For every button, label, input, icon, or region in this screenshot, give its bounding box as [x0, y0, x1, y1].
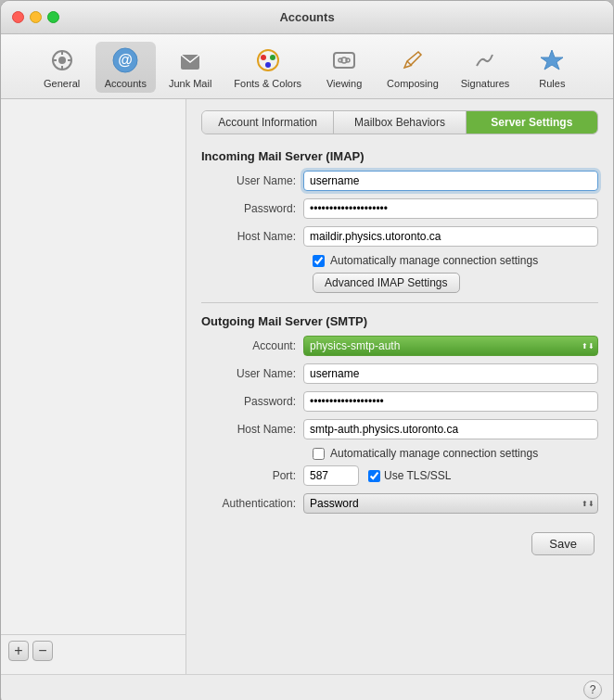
help-button[interactable]: ? [583, 681, 602, 699]
remove-account-button[interactable]: − [32, 641, 53, 661]
general-icon [47, 45, 77, 75]
rules-label: Rules [539, 78, 565, 89]
titlebar: Accounts [1, 1, 613, 34]
toolbar: General @ Accounts Junk Mail Fonts & Col… [1, 34, 613, 99]
composing-icon [398, 45, 428, 75]
outgoing-server-header: Outgoing Mail Server (SMTP) [201, 314, 598, 328]
toolbar-item-signatures[interactable]: Signatures [452, 42, 519, 93]
outgoing-account-select[interactable]: physics-smtp-auth [303, 336, 598, 356]
outgoing-password-input[interactable] [303, 391, 598, 412]
tab-account-information[interactable]: Account Information [202, 111, 334, 134]
tab-server-settings[interactable]: Server Settings [467, 111, 597, 134]
incoming-username-row: User Name: [201, 171, 598, 191]
tab-bar: Account Information Mailbox Behaviors Se… [201, 110, 598, 134]
save-row: Save [201, 532, 598, 555]
outgoing-auto-manage-row: Automatically manage connection settings [313, 447, 598, 460]
outgoing-hostname-row: Host Name: [201, 419, 598, 439]
svg-rect-16 [346, 58, 350, 62]
account-list [1, 107, 185, 634]
outgoing-port-label: Port: [201, 469, 303, 482]
outgoing-port-row: Port: Use TLS/SSL [201, 465, 598, 486]
toolbar-item-accounts[interactable]: @ Accounts [96, 42, 156, 93]
incoming-hostname-label: Host Name: [201, 230, 303, 243]
outgoing-username-label: User Name: [201, 367, 303, 380]
outgoing-hostname-input[interactable] [303, 419, 598, 439]
toolbar-item-viewing[interactable]: Viewing [314, 42, 374, 93]
outgoing-username-input[interactable] [303, 363, 598, 384]
outgoing-account-row: Account: physics-smtp-auth [201, 336, 598, 356]
incoming-auto-manage-label: Automatically manage connection settings [330, 254, 538, 267]
outgoing-username-row: User Name: [201, 363, 598, 384]
incoming-server-header: Incoming Mail Server (IMAP) [201, 149, 598, 163]
svg-point-11 [270, 55, 275, 60]
outgoing-account-label: Account: [201, 339, 303, 352]
svg-rect-13 [334, 53, 354, 68]
incoming-password-input[interactable] [303, 198, 598, 219]
incoming-username-label: User Name: [201, 174, 303, 187]
help-bar: ? [1, 674, 613, 700]
maximize-button[interactable] [47, 11, 59, 23]
toolbar-item-general[interactable]: General [32, 42, 92, 93]
toolbar-item-junk-mail[interactable]: Junk Mail [160, 42, 221, 93]
sidebar: + − [1, 99, 186, 674]
incoming-auto-manage-checkbox[interactable] [313, 255, 325, 267]
svg-point-1 [58, 57, 66, 64]
svg-rect-15 [339, 58, 342, 62]
viewing-icon [329, 45, 359, 75]
fonts-colors-label: Fonts & Colors [234, 78, 301, 89]
accounts-icon: @ [110, 45, 140, 75]
signatures-icon [470, 45, 500, 75]
incoming-hostname-input[interactable] [303, 226, 598, 247]
outgoing-auto-manage-checkbox[interactable] [313, 448, 325, 460]
incoming-auto-manage-row: Automatically manage connection settings [313, 254, 598, 267]
junk-mail-label: Junk Mail [169, 78, 211, 89]
signatures-label: Signatures [461, 78, 510, 89]
outgoing-auto-manage-label: Automatically manage connection settings [330, 447, 538, 460]
main-panel: Account Information Mailbox Behaviors Se… [186, 99, 613, 674]
minimize-button[interactable] [30, 11, 42, 23]
outgoing-password-label: Password: [201, 395, 303, 408]
main-window: Accounts General @ Accounts Junk Mail Fo [0, 0, 614, 700]
outgoing-account-select-wrapper: physics-smtp-auth [303, 336, 598, 356]
use-tls-label: Use TLS/SSL [384, 469, 451, 482]
accounts-label: Accounts [105, 78, 147, 89]
svg-marker-17 [541, 50, 563, 70]
rules-icon [537, 45, 567, 75]
content-area: + − Account Information Mailbox Behavior… [1, 99, 613, 674]
outgoing-auth-row: Authentication: Password [201, 493, 598, 514]
use-tls-checkbox[interactable] [368, 470, 380, 482]
outgoing-auth-label: Authentication: [201, 497, 303, 510]
fonts-colors-icon [253, 45, 283, 75]
svg-point-10 [261, 55, 266, 60]
outgoing-auth-select[interactable]: Password [303, 493, 598, 514]
traffic-lights [12, 11, 59, 23]
outgoing-port-input[interactable] [303, 465, 359, 486]
incoming-hostname-row: Host Name: [201, 226, 598, 247]
advanced-imap-button[interactable]: Advanced IMAP Settings [313, 273, 460, 293]
outgoing-auth-select-wrapper: Password [303, 493, 598, 514]
viewing-label: Viewing [326, 78, 362, 89]
toolbar-item-fonts-colors[interactable]: Fonts & Colors [224, 42, 311, 93]
use-tls-row: Use TLS/SSL [368, 469, 451, 482]
composing-label: Composing [387, 78, 439, 89]
incoming-password-row: Password: [201, 198, 598, 219]
toolbar-item-composing[interactable]: Composing [377, 42, 448, 93]
incoming-password-label: Password: [201, 202, 303, 215]
tab-mailbox-behaviors[interactable]: Mailbox Behaviors [334, 111, 466, 134]
general-label: General [44, 78, 80, 89]
save-button[interactable]: Save [531, 532, 595, 555]
add-account-button[interactable]: + [8, 641, 29, 661]
outgoing-hostname-label: Host Name: [201, 423, 303, 436]
advanced-imap-row: Advanced IMAP Settings [313, 273, 598, 293]
window-title: Accounts [279, 10, 334, 24]
outgoing-password-row: Password: [201, 391, 598, 412]
incoming-username-input[interactable] [303, 171, 598, 191]
svg-text:@: @ [118, 52, 133, 68]
sidebar-actions: + − [1, 634, 185, 667]
toolbar-item-rules[interactable]: Rules [522, 42, 582, 93]
close-button[interactable] [12, 11, 24, 23]
section-divider [201, 302, 598, 303]
junk-mail-icon [175, 45, 205, 75]
svg-point-12 [265, 62, 271, 68]
